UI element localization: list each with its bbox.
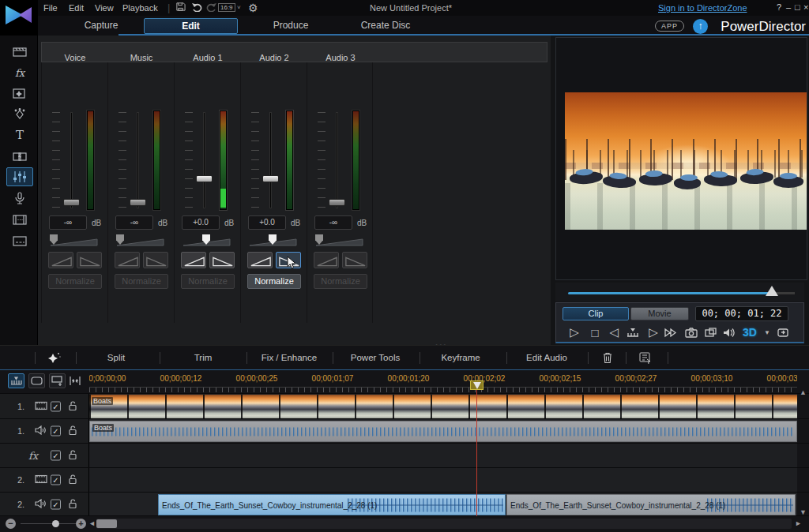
tab-capture[interactable]: Capture: [62, 18, 141, 34]
normalize-button[interactable]: Normalize: [247, 274, 301, 289]
fader-handle[interactable]: [63, 199, 80, 206]
normalize-button[interactable]: Normalize: [181, 274, 235, 289]
zoom-slider-handle[interactable]: [52, 520, 59, 527]
movie-mode-button[interactable]: Movie: [630, 307, 689, 320]
fade-in-button[interactable]: [115, 252, 140, 268]
timecode-display[interactable]: 00; 00; 01; 22: [695, 306, 788, 321]
delete-trash-icon[interactable]: [602, 351, 613, 365]
fader-track[interactable]: [137, 112, 139, 208]
track-lane[interactable]: [89, 444, 797, 467]
pan-slider[interactable]: [249, 234, 298, 247]
track-enable-checkbox[interactable]: ✓: [51, 401, 61, 411]
app-badge[interactable]: APP: [655, 21, 684, 32]
save-icon[interactable]: [175, 2, 186, 14]
clip-mode-button[interactable]: Clip: [563, 307, 629, 320]
db-value-field[interactable]: -∞: [49, 215, 87, 230]
scroll-right-arrow[interactable]: ►: [795, 519, 802, 527]
help-button[interactable]: ?: [777, 2, 781, 12]
lock-icon[interactable]: [68, 474, 77, 486]
volume-button[interactable]: [721, 324, 738, 340]
fade-in-button[interactable]: [314, 252, 339, 268]
pan-slider[interactable]: [315, 234, 364, 247]
audio-mixing-room-icon[interactable]: [6, 167, 33, 186]
track-manager-icon[interactable]: [8, 373, 24, 388]
video-clip-boats[interactable]: Boats: [89, 395, 797, 418]
track-enable-checkbox[interactable]: ✓: [51, 451, 61, 461]
menu-playback[interactable]: Playback: [122, 3, 158, 13]
lock-icon[interactable]: [68, 425, 77, 437]
fade-out-button[interactable]: [342, 252, 367, 268]
pan-slider[interactable]: [50, 234, 99, 247]
pan-slider[interactable]: [182, 234, 231, 247]
timeline-marker-button[interactable]: [624, 324, 642, 340]
fade-in-button[interactable]: [247, 252, 273, 268]
menu-edit[interactable]: Edit: [69, 3, 84, 13]
subtitle-room-icon[interactable]: [11, 233, 28, 249]
magic-tools-icon[interactable]: [47, 351, 62, 366]
fade-out-button[interactable]: [77, 252, 102, 268]
transition-room-icon[interactable]: [11, 148, 28, 164]
upgrade-arrow-icon[interactable]: ↑: [693, 19, 708, 34]
3d-dropdown-caret[interactable]: ▼: [758, 324, 776, 340]
track-enable-checkbox[interactable]: ✓: [51, 500, 61, 510]
stop-button[interactable]: □: [586, 324, 604, 340]
db-value-field[interactable]: +0.0: [182, 215, 220, 230]
zoom-in-button[interactable]: +: [76, 519, 86, 529]
aspect-ratio-selector[interactable]: 16:9: [218, 3, 235, 12]
next-frame-button[interactable]: ▷: [645, 324, 662, 340]
voiceover-room-icon[interactable]: [11, 190, 28, 206]
undock-button[interactable]: [774, 324, 792, 340]
add-track-icon[interactable]: [49, 373, 66, 388]
chapter-room-icon[interactable]: [11, 212, 28, 227]
track-lane[interactable]: Ends_Of_The_Earth_Sunset_Cowboy_instrume…: [89, 493, 797, 516]
seek-bar[interactable]: [555, 283, 804, 302]
pip-objects-room-icon[interactable]: [11, 85, 28, 101]
fade-out-button[interactable]: [209, 252, 235, 268]
db-value-field[interactable]: -∞: [115, 215, 153, 230]
fader-track[interactable]: [203, 112, 205, 208]
playhead-marker[interactable]: [470, 380, 484, 390]
minimize-button[interactable]: –: [786, 2, 791, 12]
music-clip-selected[interactable]: Ends_Of_The_Earth_Sunset_Cowboy_instrume…: [158, 494, 506, 515]
particle-room-icon[interactable]: [11, 107, 28, 122]
audio-clip-boats[interactable]: Boats: [89, 421, 797, 442]
snap-toggle-icon[interactable]: [66, 373, 83, 388]
maximize-button[interactable]: □: [795, 2, 800, 12]
fade-in-button[interactable]: [48, 252, 73, 268]
fade-in-button[interactable]: [181, 252, 206, 268]
produce-range-icon[interactable]: [638, 351, 652, 365]
normalize-button[interactable]: Normalize: [48, 274, 102, 289]
preview-window-button[interactable]: [702, 324, 719, 340]
aspect-caret-icon[interactable]: ˅: [237, 4, 241, 11]
lock-icon[interactable]: [68, 400, 77, 412]
title-room-icon[interactable]: T: [11, 127, 28, 143]
media-room-icon[interactable]: [11, 43, 28, 59]
view-mode-icon[interactable]: [28, 373, 45, 388]
track-lane[interactable]: Boats: [89, 419, 797, 443]
snapshot-camera-button[interactable]: [683, 324, 700, 340]
keyframe-button[interactable]: Keyframe: [441, 353, 480, 362]
close-button[interactable]: ×: [803, 2, 808, 12]
tab-produce[interactable]: Produce: [251, 18, 330, 34]
pan-slider[interactable]: [116, 234, 165, 247]
fade-out-button[interactable]: [143, 252, 168, 268]
normalize-button[interactable]: Normalize: [115, 274, 168, 289]
seek-handle[interactable]: [766, 286, 778, 296]
normalize-button[interactable]: Normalize: [314, 274, 367, 289]
fader-handle[interactable]: [196, 175, 213, 182]
track-lane[interactable]: Boats: [89, 394, 797, 418]
lock-icon[interactable]: [68, 499, 77, 511]
db-value-field[interactable]: +0.0: [248, 215, 286, 230]
lock-icon[interactable]: [68, 450, 77, 462]
track-enable-checkbox[interactable]: ✓: [51, 426, 61, 436]
power-tools-button[interactable]: Power Tools: [351, 353, 400, 362]
zoom-out-button[interactable]: −: [6, 519, 16, 529]
scroll-up-arrow[interactable]: ▲: [798, 388, 808, 397]
timeline-ruler[interactable]: 00;00;00;00 00;00;00;12 00;00;00;25 00;0…: [89, 370, 797, 393]
previous-frame-button[interactable]: ◁: [605, 324, 623, 340]
menu-view[interactable]: View: [95, 3, 114, 13]
horizontal-scrollbar[interactable]: [96, 519, 792, 529]
fix-enhance-button[interactable]: Fix / Enhance: [262, 353, 317, 362]
scrollbar-thumb[interactable]: [96, 519, 117, 528]
fast-forward-button[interactable]: [662, 324, 679, 340]
